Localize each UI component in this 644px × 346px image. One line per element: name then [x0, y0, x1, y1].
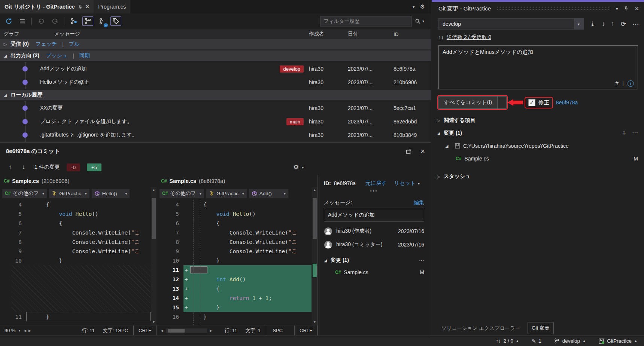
refresh-icon[interactable] [4, 16, 13, 26]
repository-folder-row[interactable]: ◢ C:¥Users¥hirahira¥source¥repos¥GitPrac… [432, 140, 644, 151]
next-change-icon[interactable]: ↓ [19, 163, 28, 171]
code-line[interactable]: 13+ { [157, 284, 312, 293]
code-line[interactable]: 15+ } [157, 303, 312, 312]
code-line[interactable]: 6 { [157, 218, 312, 228]
edit-link[interactable]: 編集 [414, 199, 424, 206]
commit-row[interactable]: Helloメソッドの修正hira302023/07/...210b6906 [0, 76, 431, 89]
more-actions-icon[interactable]: ⋯ [419, 257, 424, 263]
chevron-expanded-icon[interactable]: ◢ [4, 93, 10, 98]
chevron-collapsed-icon[interactable]: ▷ [4, 42, 10, 47]
tab-git-changes[interactable]: Git 変更 [528, 322, 554, 334]
commit-message-field[interactable]: Addメソッドの追加 [324, 209, 424, 221]
chevron-expanded-icon[interactable]: ◢ [445, 144, 452, 148]
code-line[interactable]: 7 Console.WriteLine("こ [0, 228, 151, 237]
commits-filter-icon[interactable]: s [97, 16, 107, 26]
scroll-right-icon[interactable]: ▶ [27, 329, 32, 333]
window-options-gear-icon[interactable]: ⚙ [420, 3, 425, 10]
sync-status[interactable]: ↑↓ 2 / 0 ▲ [496, 338, 519, 344]
old-code-area[interactable]: 4 {5 void Hello()6 {7 Console.WriteLine(… [0, 200, 157, 325]
branch-badge[interactable]: develop [280, 65, 304, 73]
code-line[interactable]: 11 } [0, 312, 151, 321]
refresh-icon[interactable]: ⟳ [621, 20, 626, 28]
panel-dropdown-icon[interactable]: ▾ [616, 6, 618, 11]
more-actions-icon[interactable]: ⋯ [632, 20, 639, 28]
more-actions-icon[interactable]: ••• [324, 189, 424, 197]
column-id[interactable]: ID [394, 31, 431, 37]
revert-link[interactable]: 元に戻す [365, 180, 387, 187]
outgoing-incoming-link[interactable]: 送信数 2 / 受信数 0 [447, 34, 491, 41]
push-link[interactable]: プッシュ [46, 52, 67, 59]
float-window-icon[interactable] [406, 148, 412, 154]
code-line[interactable]: 9 Console.WriteLine("こ [157, 247, 312, 256]
new-editor-scrollbar[interactable]: ▲ ▼ [312, 187, 318, 325]
more-actions-icon[interactable]: ⋯ [632, 129, 638, 137]
details-changes-section[interactable]: ◢ 変更 (1) ⋯ [324, 255, 424, 266]
changes-section[interactable]: ◢ 変更 (1) + ⋯ [432, 128, 644, 139]
zoom-level-combo[interactable]: 90 % ▾ [2, 325, 22, 336]
spaces-indicator[interactable]: SPC [118, 328, 128, 333]
current-repo-status[interactable]: GitPractice ▲ [598, 338, 637, 344]
column-date[interactable]: 日付 [348, 31, 394, 37]
code-line[interactable]: 7 Console.WriteLine("こ [157, 228, 312, 237]
commit-row[interactable]: XXの変更hira302023/07/...5ecc7ca1 [0, 101, 431, 115]
breadcrumb-member[interactable]: Hello() ▾ [92, 189, 130, 198]
diff-settings-gear-icon[interactable]: ⚙ [293, 163, 299, 171]
tab-solution-explorer[interactable]: ソリューション エクスプローラー [438, 323, 524, 334]
new-code-area[interactable]: 4 {5 void Hello()6 {7 Console.WriteLine(… [157, 200, 318, 325]
info-icon[interactable]: i [628, 80, 634, 87]
scroll-up-icon[interactable]: ▲ [152, 187, 155, 193]
code-line[interactable]: 5 void Hello() [157, 209, 312, 218]
amend-commit-hash[interactable]: 8e6f978a [556, 99, 578, 105]
column-graph[interactable]: グラフ [0, 31, 54, 37]
chevron-expanded-icon[interactable]: ◢ [324, 258, 331, 263]
pin-icon[interactable] [78, 4, 83, 9]
pin-icon[interactable] [624, 6, 629, 11]
code-line[interactable]: 14+ return 1 + 1; [157, 293, 312, 303]
amend-checkbox[interactable]: ✓ [528, 99, 535, 106]
gear-dropdown-icon[interactable]: ▾ [302, 165, 304, 169]
code-line[interactable]: 12+ int Add() [157, 275, 312, 284]
push-icon[interactable]: ↑ [611, 20, 614, 28]
commit-all-button[interactable]: すべてをコミット(I) [438, 96, 498, 109]
scroll-left-icon[interactable]: ◀ [22, 329, 27, 333]
close-pane-icon[interactable]: × [420, 147, 425, 156]
search-dropdown-icon[interactable]: ▾ [422, 19, 424, 23]
list-view-icon[interactable] [17, 16, 27, 26]
line-ending-indicator[interactable]: CRLF [294, 325, 318, 336]
scrollbar-thumb[interactable] [168, 329, 185, 333]
git-changes-titlebar[interactable]: Git 変更 - GitPractice ▾ × [432, 2, 644, 15]
scrollbar-thumb[interactable] [152, 198, 156, 239]
branch-selector[interactable]: develop ▾ [438, 18, 584, 30]
code-line[interactable]: 11+ [157, 265, 312, 275]
filter-history-input[interactable] [320, 16, 412, 27]
fetch-icon[interactable]: ⇣ [590, 20, 595, 28]
old-editor-scrollbar[interactable]: ▲ ▼ [151, 187, 157, 325]
breadcrumb-project[interactable]: GitPractic ▾ [206, 189, 247, 198]
code-line[interactable]: 9 Console.WriteLine("こ [0, 247, 151, 256]
scroll-right-icon[interactable]: ▶ [209, 329, 213, 333]
branch-graph-toggle-selected[interactable] [82, 16, 93, 26]
commit-options-dropdown[interactable] [498, 96, 507, 109]
branch-badge[interactable]: main [286, 118, 304, 125]
code-line[interactable]: 4 { [0, 200, 151, 209]
commit-row[interactable]: プロジェクト ファイルを追加します。mainhira302023/07/...8… [0, 115, 431, 128]
scrollbar-thumb[interactable] [313, 198, 317, 239]
work-item-hash-icon[interactable]: # [615, 80, 619, 87]
previous-change-icon[interactable]: ↑ [5, 163, 15, 171]
pull-link[interactable]: プル [69, 41, 80, 48]
horizontal-scrollbar[interactable] [166, 328, 207, 333]
chevron-collapsed-icon[interactable]: ▷ [437, 118, 444, 123]
code-line[interactable]: 6 { [0, 218, 151, 228]
code-line[interactable]: 8 Console.WriteLine("こ [157, 237, 312, 247]
scroll-down-icon[interactable]: ▼ [313, 319, 316, 325]
pull-icon[interactable]: ↓ [602, 20, 605, 28]
code-line[interactable]: 10 } [0, 256, 151, 265]
changed-file-row[interactable]: C# Sample.cs M [432, 153, 644, 164]
tab-program-cs[interactable]: Program.cs [94, 0, 130, 13]
search-controls[interactable]: ▾ [412, 18, 427, 24]
chevron-expanded-icon[interactable]: ◢ [437, 131, 444, 136]
breadcrumb-member[interactable]: Add() ▾ [249, 189, 288, 198]
column-author[interactable]: 作成者 [309, 31, 348, 37]
scroll-down-icon[interactable]: ▼ [152, 319, 155, 325]
chevron-collapsed-icon[interactable]: ▷ [437, 174, 444, 179]
